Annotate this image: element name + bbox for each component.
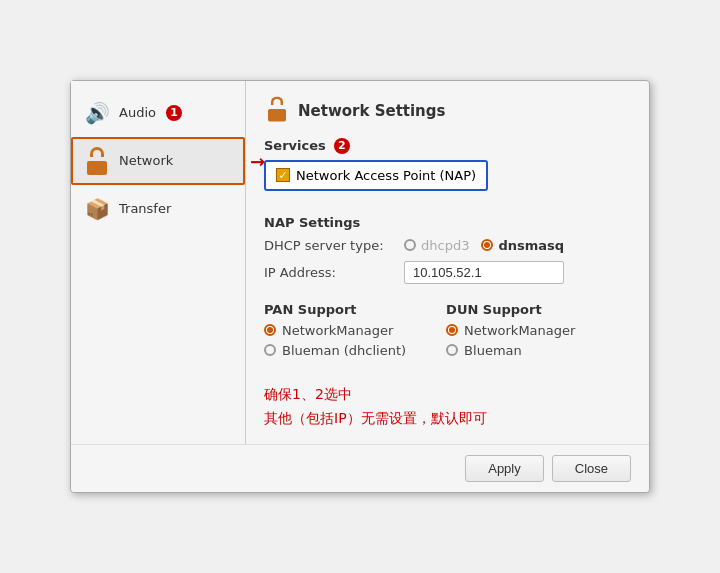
ip-label: IP Address: — [264, 265, 394, 280]
dhcp-option1[interactable]: dhcpd3 — [404, 238, 469, 253]
ip-input[interactable] — [404, 261, 564, 284]
dun-group: DUN Support NetworkManager Blueman — [446, 302, 575, 363]
dhcp-radio-group: dhcpd3 dnsmasq — [404, 238, 564, 253]
sidebar-item-audio-label: Audio — [119, 105, 156, 120]
dhcp-option2[interactable]: dnsmasq — [481, 238, 564, 253]
dun-radio2-icon — [446, 344, 458, 356]
pan-radio1-icon — [264, 324, 276, 336]
audio-badge: 1 — [166, 105, 182, 121]
sidebar-item-transfer[interactable]: 📦 Transfer — [71, 185, 245, 233]
pan-label: PAN Support — [264, 302, 406, 317]
nap-checkbox[interactable]: ✓ — [276, 168, 290, 182]
nap-checkbox-container[interactable]: ✓ Network Access Point (NAP) — [264, 160, 488, 191]
dhcp-label: DHCP server type: — [264, 238, 394, 253]
sidebar: 🔊 Audio 1 Network → 📦 Transfer — [71, 81, 246, 445]
audio-icon: 🔊 — [83, 99, 111, 127]
close-button[interactable]: Close — [552, 455, 631, 482]
dun-option2-label: Blueman — [464, 343, 522, 358]
dun-option1[interactable]: NetworkManager — [446, 323, 575, 338]
services-badge: 2 — [334, 138, 350, 154]
services-label: Services 2 — [264, 138, 631, 154]
pan-option1[interactable]: NetworkManager — [264, 323, 406, 338]
services-section: ✓ Network Access Point (NAP) — [264, 160, 631, 203]
pan-option2[interactable]: Blueman (dhclient) — [264, 343, 406, 358]
dun-option2[interactable]: Blueman — [446, 343, 575, 358]
instruction1: 确保1、2选中 — [264, 383, 631, 407]
main-panel: Network Settings Services 2 ✓ Network Ac… — [246, 81, 649, 445]
support-section: PAN Support NetworkManager Blueman (dhcl… — [264, 302, 631, 363]
dun-label: DUN Support — [446, 302, 575, 317]
section-title: Network Settings — [298, 102, 445, 120]
network-icon — [83, 147, 111, 175]
sidebar-item-transfer-label: Transfer — [119, 201, 171, 216]
dhcp-radio1-icon — [404, 239, 416, 251]
ip-row: IP Address: — [264, 261, 631, 284]
pan-option1-label: NetworkManager — [282, 323, 393, 338]
arrow-icon: → — [250, 150, 265, 171]
nap-settings-label: NAP Settings — [264, 215, 631, 230]
transfer-icon: 📦 — [83, 195, 111, 223]
pan-group: PAN Support NetworkManager Blueman (dhcl… — [264, 302, 406, 363]
instructions: 确保1、2选中 其他（包括IP）无需设置，默认即可 — [264, 383, 631, 431]
dhcp-option1-label: dhcpd3 — [421, 238, 469, 253]
instruction2: 其他（包括IP）无需设置，默认即可 — [264, 407, 631, 431]
dun-radio1-icon — [446, 324, 458, 336]
dhcp-row: DHCP server type: dhcpd3 dnsmasq — [264, 238, 631, 253]
section-header-icon — [264, 95, 290, 128]
pan-radio2-icon — [264, 344, 276, 356]
dhcp-radio2-icon — [481, 239, 493, 251]
main-window: 🔊 Audio 1 Network → 📦 Transfer — [70, 80, 650, 494]
pan-option2-label: Blueman (dhclient) — [282, 343, 406, 358]
apply-button[interactable]: Apply — [465, 455, 544, 482]
sidebar-item-audio[interactable]: 🔊 Audio 1 — [71, 89, 245, 137]
sidebar-item-network-label: Network — [119, 153, 173, 168]
footer: Apply Close — [71, 444, 649, 492]
nap-settings: NAP Settings DHCP server type: dhcpd3 dn… — [264, 215, 631, 292]
sidebar-item-network[interactable]: Network → — [71, 137, 245, 185]
dhcp-option2-label: dnsmasq — [498, 238, 564, 253]
section-header: Network Settings — [264, 95, 631, 128]
window-body: 🔊 Audio 1 Network → 📦 Transfer — [71, 81, 649, 445]
nap-label: Network Access Point (NAP) — [296, 168, 476, 183]
dun-option1-label: NetworkManager — [464, 323, 575, 338]
